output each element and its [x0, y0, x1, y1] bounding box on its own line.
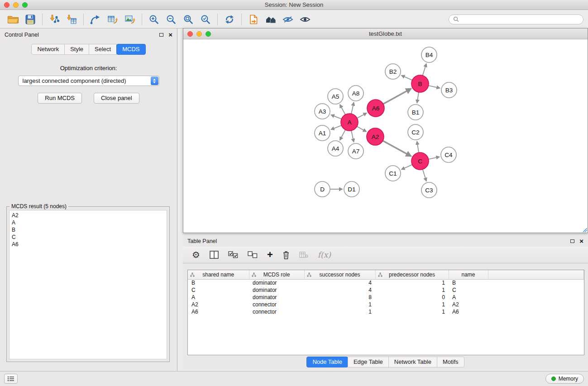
- clear-table-button[interactable]: [299, 251, 308, 258]
- minimize-window-button[interactable]: [13, 2, 19, 8]
- graph-node-C2[interactable]: C2: [408, 124, 423, 140]
- minimize-network-window-button[interactable]: [196, 31, 202, 37]
- close-table-panel-icon[interactable]: ×: [579, 239, 583, 243]
- graph-node-A8[interactable]: A8: [348, 86, 363, 101]
- close-panel-button[interactable]: Close panel: [94, 93, 139, 104]
- zoom-window-button[interactable]: [22, 2, 28, 8]
- table-row[interactable]: Adominator80A: [188, 294, 584, 301]
- graph-node-B1[interactable]: B1: [408, 105, 423, 120]
- table-row[interactable]: Bdominator41B: [188, 279, 584, 286]
- delete-row-button[interactable]: [282, 251, 290, 259]
- import-table-button[interactable]: [63, 12, 80, 27]
- resize-grip[interactable]: [582, 227, 587, 232]
- graph-edge[interactable]: [331, 125, 341, 129]
- column-header-mcds-role[interactable]: MCDS role: [249, 270, 304, 279]
- zoom-in-button[interactable]: [145, 12, 163, 27]
- graph-edge[interactable]: [357, 126, 366, 131]
- close-panel-icon[interactable]: ×: [168, 33, 172, 37]
- mcds-result-list[interactable]: A2ABCA6: [9, 210, 167, 359]
- graph-edge[interactable]: [383, 141, 411, 156]
- network-window-titlebar[interactable]: testGlobe.txt: [183, 29, 588, 39]
- tab-node-table[interactable]: Node Table: [306, 357, 348, 367]
- open-session-button[interactable]: [5, 12, 22, 27]
- deselect-all-button[interactable]: [248, 251, 258, 258]
- result-item[interactable]: C: [12, 234, 164, 241]
- tab-motifs[interactable]: Motifs: [437, 357, 464, 367]
- graph-edge[interactable]: [351, 103, 354, 114]
- table-settings-button[interactable]: ⚙: [192, 250, 200, 259]
- graph-edge[interactable]: [340, 130, 345, 140]
- graph-node-A3[interactable]: A3: [315, 104, 330, 119]
- graph-edge[interactable]: [429, 157, 440, 159]
- graph-node-A5[interactable]: A5: [328, 89, 343, 104]
- zoom-network-window-button[interactable]: [206, 31, 211, 37]
- table-row[interactable]: Cdominator41C: [188, 286, 584, 294]
- graph-edge[interactable]: [429, 86, 440, 88]
- column-header-successor-nodes[interactable]: successor nodes: [304, 270, 375, 279]
- graph-node-A4[interactable]: A4: [328, 141, 343, 156]
- zoom-out-button[interactable]: [163, 12, 180, 27]
- memory-button[interactable]: Memory: [545, 374, 584, 384]
- graph-edge[interactable]: [331, 115, 341, 119]
- graph-node-B3[interactable]: B3: [441, 82, 457, 98]
- graph-edge[interactable]: [423, 169, 426, 181]
- zoom-fit-button[interactable]: [180, 12, 197, 27]
- graph-node-B4[interactable]: B4: [421, 47, 437, 62]
- tab-mcds[interactable]: MCDS: [116, 44, 145, 55]
- export-table-button[interactable]: [104, 12, 121, 27]
- graph-node-D[interactable]: D: [315, 181, 330, 197]
- graph-node-A7[interactable]: A7: [348, 143, 363, 159]
- float-table-panel-icon[interactable]: [570, 239, 574, 243]
- graph-node-C3[interactable]: C3: [421, 182, 437, 198]
- tab-network-table[interactable]: Network Table: [388, 357, 437, 367]
- import-network-button[interactable]: [46, 12, 63, 27]
- close-network-window-button[interactable]: [187, 31, 193, 37]
- table-row[interactable]: A6connector11A6: [188, 308, 584, 315]
- search-field[interactable]: [449, 14, 583, 24]
- close-window-button[interactable]: [4, 2, 10, 8]
- optimization-criterion-dropdown[interactable]: largest connected component (directed): [18, 76, 159, 86]
- task-history-button[interactable]: [4, 374, 18, 384]
- graph-node-B[interactable]: B: [411, 75, 429, 92]
- network-graph[interactable]: B4B2BB3A5A8A6B1A3AC2A1A2A4A7C4CC1C3DD1: [183, 40, 588, 233]
- result-item[interactable]: B: [12, 226, 164, 234]
- home-button[interactable]: [262, 12, 279, 27]
- graph-edge[interactable]: [423, 64, 426, 76]
- select-all-button[interactable]: [228, 251, 238, 258]
- show-button[interactable]: [296, 12, 314, 27]
- graph-edge[interactable]: [357, 113, 367, 118]
- graph-node-C1[interactable]: C1: [385, 166, 401, 181]
- graph-edge[interactable]: [417, 142, 419, 152]
- graph-edge[interactable]: [351, 131, 354, 142]
- result-item[interactable]: A2: [12, 212, 164, 219]
- graph-node-C[interactable]: C: [411, 152, 429, 170]
- graph-edge[interactable]: [402, 165, 412, 170]
- float-panel-icon[interactable]: [159, 33, 163, 37]
- graph-node-A6[interactable]: A6: [367, 100, 384, 117]
- function-builder-button[interactable]: f(x): [318, 250, 331, 259]
- column-header-name[interactable]: name: [449, 270, 488, 279]
- graph-node-C4[interactable]: C4: [441, 147, 456, 162]
- graph-edge[interactable]: [417, 92, 419, 103]
- document-button[interactable]: [245, 12, 262, 27]
- table-row[interactable]: A2connector11A2: [188, 301, 584, 308]
- column-header-shared-name[interactable]: shared name: [188, 270, 249, 279]
- search-input[interactable]: [461, 16, 579, 23]
- tab-edge-table[interactable]: Edge Table: [348, 357, 389, 367]
- export-network-button[interactable]: [87, 12, 104, 27]
- graph-edge[interactable]: [340, 105, 345, 114]
- result-item[interactable]: A6: [12, 241, 164, 248]
- add-row-button[interactable]: +: [267, 251, 273, 259]
- run-mcds-button[interactable]: Run MCDS: [38, 93, 82, 104]
- column-header-predecessor-nodes[interactable]: predecessor nodes: [375, 270, 449, 279]
- export-image-button[interactable]: [121, 12, 139, 27]
- network-canvas[interactable]: B4B2BB3A5A8A6B1A3AC2A1A2A4A7C4CC1C3DD1: [183, 40, 588, 233]
- result-item[interactable]: A: [12, 219, 164, 226]
- graph-node-B2[interactable]: B2: [385, 64, 401, 79]
- zoom-selected-button[interactable]: [197, 12, 214, 27]
- tab-style[interactable]: Style: [64, 44, 89, 55]
- hide-button[interactable]: [279, 12, 296, 27]
- graph-edge[interactable]: [383, 89, 411, 104]
- graph-node-A[interactable]: A: [341, 114, 358, 131]
- column-options-button[interactable]: [210, 251, 219, 259]
